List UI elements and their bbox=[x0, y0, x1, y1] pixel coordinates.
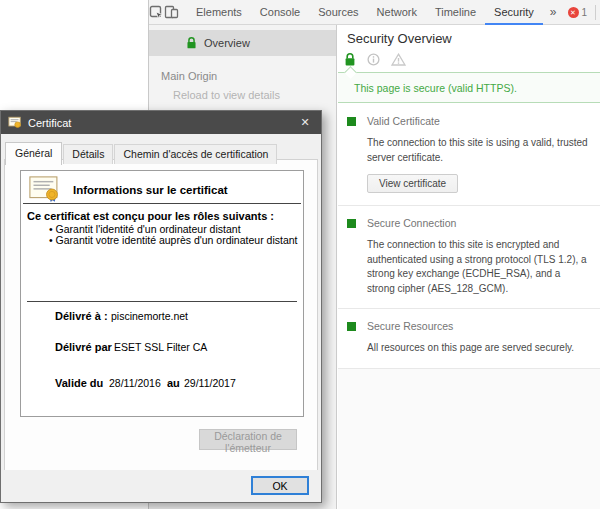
certificate-dialog: Certificat ✕ Général Détails Chemin d'ac… bbox=[0, 110, 322, 503]
purpose-item: • Garantit votre identité auprès d'un or… bbox=[49, 234, 298, 246]
security-state-icons bbox=[344, 52, 417, 67]
tab-network[interactable]: Network bbox=[368, 0, 426, 25]
green-square-icon bbox=[347, 117, 356, 126]
section-description: All resources on this page are served se… bbox=[367, 341, 590, 356]
section-secure-resources: Secure Resources All resources on this p… bbox=[338, 309, 600, 369]
general-tab-page: Informations sur le certificat Ce certif… bbox=[4, 159, 318, 471]
warning-triangle-icon bbox=[391, 53, 406, 66]
banner-text: This page is secure (valid HTTPS). bbox=[354, 73, 517, 103]
green-square-icon bbox=[347, 219, 356, 228]
ok-button[interactable]: OK bbox=[251, 476, 309, 495]
view-certificate-button[interactable]: View certificate bbox=[367, 174, 458, 193]
dialog-tabs: Général Détails Chemin d'accès de certif… bbox=[5, 141, 278, 164]
issued-by-value: ESET SSL Filter CA bbox=[114, 341, 207, 353]
toolbar-divider bbox=[595, 5, 596, 20]
validity-label: Valide du bbox=[55, 377, 103, 389]
tab-console[interactable]: Console bbox=[251, 0, 309, 25]
valid-from-date: 28/11/2016 bbox=[109, 377, 161, 389]
section-valid-certificate: Valid Certificate The connection to this… bbox=[338, 104, 600, 206]
section-title: Secure Connection bbox=[367, 217, 590, 229]
tab-elements[interactable]: Elements bbox=[187, 0, 251, 25]
section-title: Valid Certificate bbox=[367, 115, 590, 127]
dialog-close-icon[interactable]: ✕ bbox=[289, 111, 321, 134]
more-tabs-icon[interactable]: » bbox=[543, 5, 564, 19]
device-toolbar-icon[interactable] bbox=[164, 0, 179, 24]
panel-empty-area bbox=[338, 369, 600, 509]
main-origin-heading: Main Origin bbox=[161, 70, 217, 82]
purpose-heading: Ce certificat est conçu pour les rôles s… bbox=[27, 210, 274, 222]
sidebar-item-overview[interactable]: Overview bbox=[149, 30, 336, 56]
divider bbox=[27, 301, 297, 302]
tab-certification-path[interactable]: Chemin d'accès de certification bbox=[114, 144, 277, 164]
devtools-toolbar: Elements Console Sources Network Timelin… bbox=[149, 0, 600, 25]
page-title: Security Overview bbox=[347, 31, 452, 46]
issuer-statement-button[interactable]: Déclaration de l'émetteur bbox=[199, 429, 297, 450]
console-error-badge[interactable]: ✕ 1 bbox=[564, 7, 592, 18]
dialog-footer: OK bbox=[1, 470, 321, 502]
dialog-title: Certificat bbox=[28, 117, 71, 129]
section-secure-connection: Secure Connection The connection to this… bbox=[338, 206, 600, 309]
toolbar-right-controls: » ✕ 1 ⋮ ✕ bbox=[543, 5, 600, 20]
security-overview-panel: Security Overview This page is secure (v… bbox=[338, 25, 600, 509]
section-description: The connection to this site is using a v… bbox=[367, 136, 590, 165]
certificate-info-header: Informations sur le certificat bbox=[73, 184, 228, 196]
certificate-icon-large bbox=[29, 176, 65, 205]
tab-timeline[interactable]: Timeline bbox=[426, 0, 485, 25]
certificate-info-box: Informations sur le certificat Ce certif… bbox=[20, 170, 304, 417]
validity-to-label: au bbox=[167, 377, 180, 389]
sidebar-item-label: Overview bbox=[204, 37, 250, 49]
dialog-titlebar: Certificat ✕ bbox=[1, 111, 321, 134]
purpose-text: Garantit votre identité auprès d'un ordi… bbox=[56, 234, 298, 246]
issued-by-label: Délivré par bbox=[55, 341, 112, 353]
section-description: The connection to this site is encrypted… bbox=[367, 238, 590, 296]
valid-to-date: 29/11/2017 bbox=[184, 377, 236, 389]
tab-details[interactable]: Détails bbox=[63, 144, 113, 164]
green-square-icon bbox=[347, 322, 356, 331]
security-summary-banner: This page is secure (valid HTTPS). bbox=[338, 72, 600, 103]
lock-icon bbox=[186, 36, 197, 50]
reload-hint: Reload to view details bbox=[173, 89, 280, 101]
security-sections: Valid Certificate The connection to this… bbox=[338, 104, 600, 509]
screen: Elements Console Sources Network Timelin… bbox=[0, 0, 600, 509]
bullet-icon: • bbox=[49, 234, 56, 246]
issued-to-value: piscinemorte.net bbox=[111, 310, 188, 322]
error-icon: ✕ bbox=[568, 7, 579, 18]
tab-security[interactable]: Security bbox=[485, 0, 543, 25]
inspect-element-icon[interactable] bbox=[149, 0, 164, 24]
tab-sources[interactable]: Sources bbox=[309, 0, 367, 25]
info-icon bbox=[367, 53, 380, 66]
section-title: Secure Resources bbox=[367, 320, 590, 332]
tab-general[interactable]: Général bbox=[5, 142, 62, 165]
error-count: 1 bbox=[582, 7, 588, 18]
certificate-icon bbox=[8, 116, 22, 129]
issued-to-label: Délivré à : bbox=[55, 310, 108, 322]
divider bbox=[23, 203, 301, 204]
